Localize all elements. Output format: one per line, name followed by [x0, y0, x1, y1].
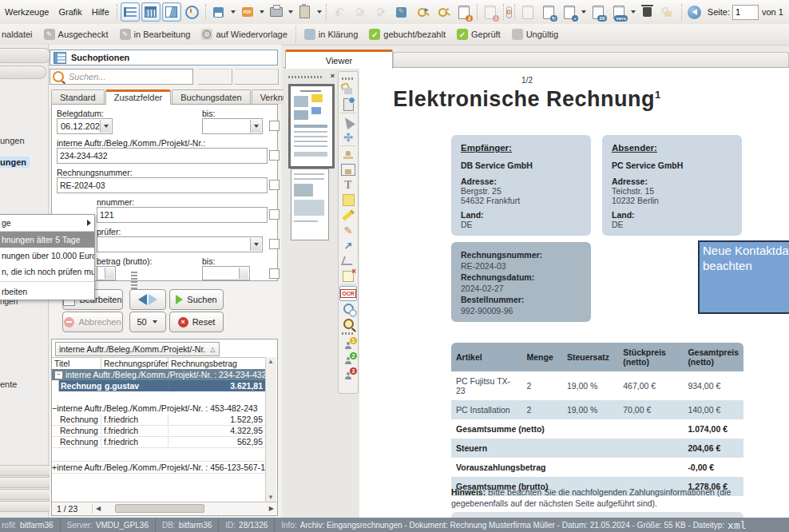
- collapse-icon[interactable]: −: [54, 371, 63, 379]
- pencil-tool-button[interactable]: ✎: [339, 223, 357, 238]
- sticky-note-button[interactable]: [339, 193, 357, 208]
- next-result-icon[interactable]: [149, 294, 157, 305]
- doc-refresh-button[interactable]: ↻: [539, 2, 558, 22]
- doc-duplicate-button[interactable]: 2X: [589, 2, 608, 22]
- toolbar-grip[interactable]: [342, 332, 355, 335]
- result-row[interactable]: Rechnung f.friedrich 4.322,95: [52, 425, 266, 437]
- belegdatum-combo[interactable]: 06.12.2022: [57, 118, 113, 134]
- group-row-3[interactable]: +interne Auftr./Beleg./Komm./Projekt/-Nr…: [52, 461, 266, 474]
- stamp-window-button[interactable]: [339, 162, 357, 177]
- doc-add-dropdown[interactable]: [581, 10, 586, 14]
- ocr-button[interactable]: OCR: [339, 286, 357, 301]
- nummer-input[interactable]: 121: [97, 207, 268, 223]
- user-stamp-3-button[interactable]: 3: [339, 367, 357, 382]
- document-key-button[interactable]: ⚷: [454, 2, 474, 22]
- workflow-start-button[interactable]: ▶: [413, 2, 432, 22]
- history-button[interactable]: [183, 2, 202, 22]
- pruefer-caret[interactable]: [250, 238, 261, 251]
- flyout-item-aelter-5-tage[interactable]: hnungen älter 5 Tage: [0, 232, 94, 248]
- print-button[interactable]: [267, 2, 286, 22]
- rechnungsnummer-checkbox[interactable]: [269, 180, 280, 190]
- thumbnail-page-1-selected[interactable]: [288, 84, 335, 169]
- menu-hilfe[interactable]: Hilfe: [87, 7, 114, 17]
- rotate-right-button[interactable]: ↷90°: [371, 2, 391, 22]
- clipboard-dropdown[interactable]: [317, 10, 322, 14]
- belegdatum-bis-caret[interactable]: [250, 120, 261, 133]
- table-view-button[interactable]: [141, 2, 161, 22]
- export-pdf-button[interactable]: PDF: [238, 2, 257, 22]
- menu-werkzeuge[interactable]: Werkzeuge: [0, 7, 54, 17]
- page-size-combo[interactable]: 50: [129, 312, 166, 332]
- trash-button[interactable]: [638, 2, 657, 22]
- thumbnail-page-2[interactable]: [291, 169, 329, 240]
- filter-originaldatei[interactable]: naldatei: [0, 30, 38, 39]
- group-row-1[interactable]: −interne Auftr./Beleg./Komm./Projekt/-Nr…: [52, 369, 266, 380]
- highlighter-button[interactable]: [339, 208, 357, 223]
- result-row-selected[interactable]: Rechnung g.gustav 3.621,81: [52, 380, 266, 391]
- mini-field[interactable]: [198, 69, 232, 85]
- belegdatum-checkbox[interactable]: [269, 121, 280, 131]
- delete-annotation-button[interactable]: [339, 268, 357, 284]
- result-row[interactable]: Rechnung f.friedrich 1.522,95: [52, 414, 266, 426]
- viewer-settings-button[interactable]: [339, 301, 357, 316]
- filter-wiedervorlage[interactable]: auf Wiedervorlage: [196, 29, 292, 40]
- arrow-tool-button[interactable]: ↗: [339, 238, 357, 253]
- tab-standard[interactable]: Standard: [51, 89, 105, 105]
- scroll-down-icon[interactable]: ▼: [268, 494, 274, 501]
- hscroll-thumb[interactable]: [115, 504, 204, 513]
- belegdatum-bis-combo[interactable]: [202, 118, 263, 134]
- interne-nr-input[interactable]: 234-234-432: [57, 148, 268, 164]
- hscroll-right-icon[interactable]: ▶: [266, 505, 277, 512]
- filter-in-bearbeitung[interactable]: in Bearbeitung: [114, 29, 196, 40]
- pan-tool-button[interactable]: ✣: [339, 129, 357, 145]
- priority-slider[interactable]: 0: [506, 6, 512, 18]
- filter-gebucht[interactable]: gebucht/bezahlt: [363, 29, 451, 40]
- text-tool-button[interactable]: T: [339, 177, 357, 193]
- thumbnails-drag-grip[interactable]: [288, 76, 323, 78]
- filter-geprueft[interactable]: Geprüft: [451, 29, 506, 40]
- belegdatum-caret[interactable]: [100, 120, 111, 133]
- suchen-button[interactable]: Suchen: [169, 289, 224, 310]
- tree-view-button[interactable]: [121, 2, 140, 22]
- save-button[interactable]: [209, 2, 228, 22]
- tree-item-fragment[interactable]: ungen: [0, 136, 25, 145]
- filter-in-klaerung[interactable]: in Klärung: [299, 29, 364, 40]
- tab-viewer[interactable]: Viewer: [285, 50, 393, 69]
- filter-ausgecheckt[interactable]: Ausgecheckt: [38, 29, 114, 40]
- sticky-annotation[interactable]: Neue Kontaktdaten beachten: [698, 240, 789, 314]
- select-tool-button[interactable]: [339, 114, 357, 129]
- toolbar-grip[interactable]: [342, 77, 355, 80]
- prev-result-icon[interactable]: [138, 294, 147, 305]
- results-vertical-scrollbar[interactable]: ▲▼: [265, 357, 276, 502]
- column-pruefer[interactable]: Rechnungsprüfer: [101, 358, 169, 370]
- interne-nr-checkbox[interactable]: [269, 150, 280, 161]
- column-titel[interactable]: Titel: [52, 358, 101, 370]
- tree-item-fragment[interactable]: ente: [0, 379, 17, 389]
- prev-page-button[interactable]: [685, 2, 704, 22]
- scroll-up-icon[interactable]: ▲: [268, 359, 274, 365]
- zoom-tool-button[interactable]: [339, 316, 357, 332]
- pruefer-checkbox[interactable]: [269, 239, 280, 249]
- page-number-input[interactable]: [732, 5, 759, 20]
- unlock-document-button[interactable]: [339, 81, 357, 97]
- print-dropdown[interactable]: [288, 10, 293, 14]
- tree-item-fragment-selected[interactable]: ungen: [0, 157, 30, 168]
- rechnungsnummer-input[interactable]: RE-2024-03: [57, 177, 268, 193]
- result-row[interactable]: Rechnung f.friedrich 562,95: [52, 436, 266, 448]
- betrag-spinner[interactable]: [97, 266, 116, 280]
- rotate-180-button[interactable]: ↷180°: [351, 2, 370, 22]
- filter-ungueltig[interactable]: Ungültig: [506, 29, 564, 40]
- save-dropdown[interactable]: [231, 10, 236, 14]
- sidebar-header-pill[interactable]: [0, 48, 50, 63]
- betrag-checkbox[interactable]: [269, 268, 280, 279]
- stamp-tool-button[interactable]: [339, 147, 357, 162]
- doc-undo-button[interactable]: [518, 2, 537, 22]
- version-history-button[interactable]: [339, 97, 357, 112]
- flyout-item-bearbeiten[interactable]: rbeiten: [0, 284, 94, 300]
- betrag-bis-spinner[interactable]: [202, 266, 250, 280]
- column-betrag[interactable]: Rechnungsbetrag (brutto): [169, 358, 266, 370]
- sidebar-header-pill[interactable]: [0, 66, 46, 79]
- clipboard-button[interactable]: [295, 2, 315, 22]
- pruefer-combo[interactable]: [97, 236, 263, 252]
- unlock-button[interactable]: [659, 2, 678, 22]
